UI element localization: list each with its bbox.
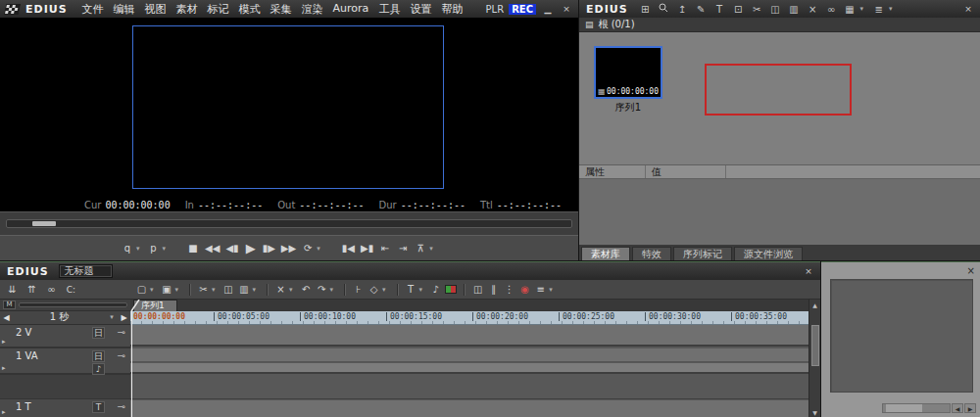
add-transition-button[interactable]: ◇ <box>368 284 380 295</box>
palette-scrollbar[interactable]: ◀ ▶ <box>882 402 976 414</box>
tl-title-button[interactable]: T <box>405 284 417 295</box>
undo-button[interactable]: ↶ <box>300 284 313 295</box>
tl-title-dropdown-icon[interactable]: ▾ <box>419 286 423 294</box>
menu-item-marker[interactable]: 标记 <box>203 2 234 17</box>
add-to-timeline-button[interactable]: ⊡ <box>731 4 746 15</box>
prev-frame-button[interactable]: ◀▮ <box>223 243 240 254</box>
zoom-level-label[interactable]: 1 秒 <box>13 310 106 324</box>
ripple-mode-button[interactable]: C: <box>65 285 77 295</box>
playhead[interactable] <box>131 310 132 417</box>
tl-paste-dropdown-icon[interactable]: ▾ <box>253 286 257 294</box>
loop-dropdown-icon[interactable]: ▾ <box>317 245 320 253</box>
menu-item-settings[interactable]: 设置 <box>405 2 436 17</box>
list-view-dropdown-icon[interactable]: ▾ <box>889 5 893 13</box>
bin-copy-button[interactable]: ◫ <box>768 4 783 15</box>
overwrite-mode-button[interactable]: ⇈ <box>25 284 38 295</box>
timeline-close-button[interactable]: × <box>802 266 815 276</box>
fast-forward-button[interactable]: ▶▶ <box>279 243 298 254</box>
up-folder-button[interactable]: ↥ <box>675 4 690 15</box>
palette-scroll-left-icon[interactable]: ◀ <box>952 403 963 413</box>
track-lane-2v[interactable] <box>130 325 808 347</box>
capture-button[interactable]: ✎ <box>694 4 709 15</box>
trim-mode-button[interactable]: ⊦ <box>352 284 365 295</box>
track-expand-icon[interactable]: ▸ <box>2 338 6 346</box>
track-expand-icon[interactable]: ▸ <box>2 408 6 416</box>
bin-paste-button[interactable]: ▥ <box>787 4 802 15</box>
palette-close-button[interactable]: × <box>967 265 975 276</box>
position-slider[interactable] <box>6 219 572 228</box>
export-button[interactable]: ⊼ <box>413 243 428 254</box>
clip-item-sequence1[interactable]: ▦ 00:00:00:00 序列1 <box>591 46 665 115</box>
tl-paste-button[interactable]: ▥ <box>238 284 251 295</box>
scroll-up-icon[interactable]: ▲ <box>812 300 817 309</box>
patch-icon[interactable]: ⊸ <box>118 327 125 338</box>
menu-item-file[interactable]: 文件 <box>77 2 109 17</box>
playhead-handle[interactable] <box>130 300 140 311</box>
redo-button[interactable]: ↷ <box>316 284 328 295</box>
position-slider-thumb[interactable] <box>32 221 56 226</box>
player-close-button[interactable]: × <box>560 4 573 14</box>
new-folder-button[interactable]: ⊞ <box>638 4 653 15</box>
export-dropdown-icon[interactable]: ▾ <box>429 245 433 253</box>
track-header-2v[interactable]: 2 V 日 ⊸ ▸ <box>0 325 130 348</box>
list-view-button[interactable]: ≣ <box>871 4 886 15</box>
menu-item-view[interactable]: 视图 <box>140 2 172 17</box>
redo-dropdown-icon[interactable]: ▾ <box>330 286 334 294</box>
bin-close-button[interactable]: × <box>961 4 975 14</box>
property-column-header[interactable]: 属性 <box>579 165 646 178</box>
colorbar-button[interactable] <box>445 285 457 294</box>
rec-mode-toggle[interactable]: REC <box>509 4 536 15</box>
scroll-down-icon[interactable]: ▼ <box>812 407 817 417</box>
sequence-settings-button[interactable]: ⋮ <box>503 284 515 295</box>
tab-source-browser[interactable]: 源文件浏览 <box>734 247 803 260</box>
next-edit-point-button[interactable]: ▶▮ <box>359 243 375 254</box>
title-enable-icon[interactable]: T <box>92 401 105 413</box>
patch-icon[interactable]: ⊸ <box>118 401 125 412</box>
zoom-in-button[interactable]: ▶ <box>118 313 130 322</box>
timeline-ruler[interactable]: 00:00:00:00 00:00:05:00 00:00:10:00 00:0… <box>130 311 808 325</box>
grid-view-button[interactable]: ▦ <box>843 4 858 15</box>
player-minimize-button[interactable]: ▁ <box>541 4 555 14</box>
video-enable-icon[interactable]: 日 <box>92 350 105 362</box>
goto-out-button[interactable]: ⇥ <box>395 243 411 254</box>
record-to-timeline-button[interactable]: ◉ <box>518 284 531 295</box>
timeline-menu-button[interactable]: ≡ <box>534 284 547 295</box>
save-project-button[interactable]: ▣ <box>161 284 173 295</box>
menu-item-tools[interactable]: 工具 <box>373 2 405 17</box>
stop-button[interactable]: ■ <box>185 243 201 254</box>
patch-icon[interactable]: ⊸ <box>118 350 125 361</box>
tab-asset-library[interactable]: 素材库 <box>581 247 630 260</box>
voiceover-button[interactable]: ♪ <box>429 284 442 295</box>
bin-content-area[interactable]: ▦ 00:00:00:00 序列1 <box>579 32 980 164</box>
vertical-scroll-thumb[interactable] <box>811 325 819 366</box>
tab-effects[interactable]: 特效 <box>632 247 671 260</box>
clip-thumbnail[interactable]: ▦ 00:00:00:00 <box>594 46 662 99</box>
palette-scroll-right-icon[interactable]: ▶ <box>964 403 976 413</box>
plr-mode-toggle[interactable]: PLR <box>486 4 505 15</box>
menu-item-clip[interactable]: 素材 <box>172 2 203 17</box>
track-header-1t[interactable]: 1 T T ⊸ ▸ <box>0 399 130 417</box>
set-in-button[interactable]: q <box>120 243 135 254</box>
tl-copy-button[interactable]: ◫ <box>222 284 235 295</box>
menu-item-render[interactable]: 渲染 <box>297 2 328 17</box>
track-expand-icon[interactable]: ▸ <box>2 364 6 372</box>
video-enable-icon[interactable]: 日 <box>92 327 105 339</box>
tl-delete-button[interactable]: × <box>274 284 287 295</box>
track-height-slider[interactable] <box>19 302 127 307</box>
menu-item-help[interactable]: 帮助 <box>436 2 467 17</box>
goto-in-button[interactable]: ⇤ <box>377 243 393 254</box>
set-out-dropdown-icon[interactable]: ▾ <box>163 245 167 253</box>
set-out-button[interactable]: p <box>146 243 162 254</box>
track-lane-1t[interactable] <box>130 400 808 417</box>
tl-cut-button[interactable]: ✂ <box>197 284 210 295</box>
current-folder-label[interactable]: 根 (0/1) <box>599 18 635 31</box>
menu-item-mode[interactable]: 模式 <box>234 2 266 17</box>
audio-enable-icon[interactable]: ♪ <box>92 363 105 375</box>
search-icon[interactable] <box>657 3 671 15</box>
mixer-button[interactable]: ∥ <box>487 284 500 295</box>
prev-edit-point-button[interactable]: ▮◀ <box>340 243 357 254</box>
track-lane-1va-video[interactable] <box>130 348 808 362</box>
new-sequence-dropdown-icon[interactable]: ▾ <box>150 286 154 294</box>
rewind-button[interactable]: ◀◀ <box>203 243 221 254</box>
new-sequence-button[interactable]: ▢ <box>135 284 148 295</box>
